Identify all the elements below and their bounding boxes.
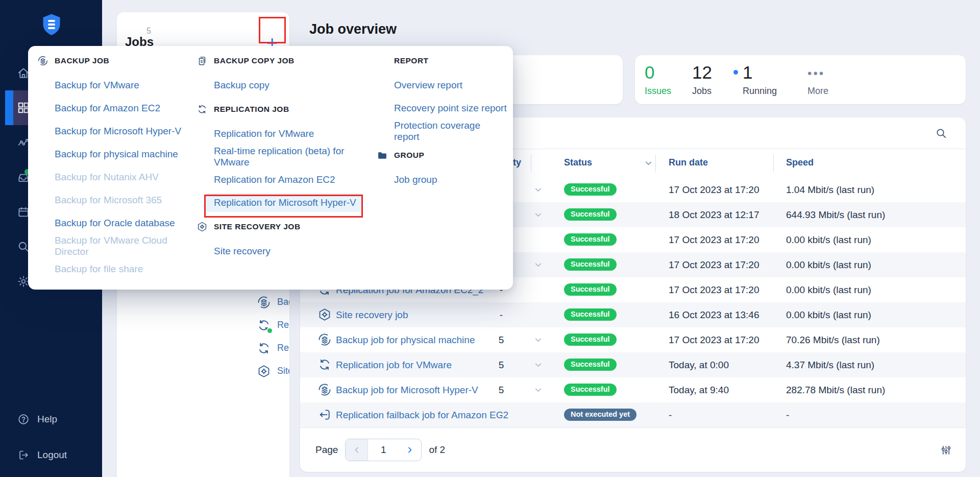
current-page-field[interactable]: 1 [368, 439, 399, 461]
status-badge: Successful [564, 183, 617, 196]
table-row-replication-job-for-vmware[interactable]: Replication job for VMware5SuccessfulTod… [300, 352, 966, 377]
menu-item-replication-for-microsoft-hyper-v[interactable]: Replication for Microsoft Hyper-V [197, 191, 365, 214]
menu-item-backup-for-oracle-database[interactable]: Backup for Oracle database [37, 211, 190, 234]
speed-value: 0.00 kbit/s (last run) [786, 302, 871, 327]
speed-value: 644.93 Mbit/s (last run) [786, 202, 885, 227]
menu-item-backup-for-microsoft-365: Backup for Microsoft 365 [37, 188, 190, 211]
status-filter-chevron-down-icon[interactable] [644, 159, 653, 168]
expand-row-chevron-down-icon[interactable] [534, 185, 543, 194]
job-name-link[interactable]: Replication failback job for Amazon EC2 [336, 402, 508, 427]
menu-item-protection-coverage-report[interactable]: Protection coverage report [377, 120, 507, 142]
menu-section-header-report: REPORT [377, 48, 507, 74]
run-date-value: 17 Oct 2023 at 17:20 [669, 327, 759, 352]
menu-section-header-site-recovery-job: SITE RECOVERY JOB [197, 214, 365, 240]
menu-item-label: Recovery point size report [394, 103, 507, 114]
menu-item-label: Job group [394, 174, 437, 185]
job-name-link[interactable]: Replication job for VMware [336, 352, 452, 377]
run-date-value: Today, at 9:40 [669, 377, 729, 402]
expand-row-chevron-down-icon[interactable] [534, 361, 543, 369]
status-badge: Successful [564, 258, 617, 271]
job-name-link[interactable]: Replication job for Microsoft Hyper- [277, 320, 289, 330]
priority-value: 5 [491, 352, 511, 377]
section-title: BACKUP COPY JOB [214, 56, 295, 65]
menu-item-backup-for-vmware[interactable]: Backup for VMware [37, 74, 190, 97]
logout-button[interactable]: Logout [0, 446, 102, 464]
logout-label: Logout [37, 449, 67, 461]
jobs-tree-item-site-recovery-job[interactable]: Site recovery job [253, 360, 289, 383]
menu-item-replication-for-vmware[interactable]: Replication for VMware [197, 122, 365, 145]
logout-icon [17, 449, 30, 461]
jobs-tree-item-replication-job-for-microsoft-hyper[interactable]: Replication job for Microsoft Hyper- [253, 314, 289, 337]
help-button[interactable]: Help [0, 410, 102, 428]
column-header-run-date[interactable]: Run date [669, 157, 708, 168]
app-root: Help Logout Jobs + Backup job for VMware… [0, 0, 980, 477]
menu-item-backup-for-amazon-ec2[interactable]: Backup for Amazon EC2 [37, 97, 190, 120]
pager-control: 1 [345, 439, 422, 461]
no-icon [377, 55, 388, 66]
failback-icon [317, 408, 332, 422]
menu-item-backup-for-file-share: Backup for file share [37, 257, 190, 280]
menu-item-label: Backup for VMware [55, 80, 139, 91]
table-row-replication-failback-job-for-amazon-ec2[interactable]: Replication failback job for Amazon EC2-… [300, 402, 966, 427]
section-title: GROUP [394, 151, 424, 160]
menu-item-backup-for-physical-machine[interactable]: Backup for physical machine [37, 142, 190, 165]
status-badge: Successful [564, 308, 617, 321]
menu-column-1: BACKUP COPY JOBBackup copyREPLICATION JO… [197, 48, 365, 263]
page-label: Page [315, 444, 338, 456]
table-row-backup-job-for-physical-machine[interactable]: Backup job for physical machine5Successf… [300, 327, 966, 352]
jobs-tree-item-backup-job-for-vmware[interactable]: Backup job for VMware [253, 291, 289, 314]
menu-item-real-time-replication-beta-for-vmware[interactable]: Real-time replication (beta) for VMware [197, 145, 365, 168]
next-page-button[interactable] [399, 439, 421, 461]
table-row-site-recovery-job[interactable]: Site recovery job-Successful16 Oct 2023 … [300, 302, 966, 327]
chevron-left-icon [353, 446, 361, 454]
previous-page-button[interactable] [346, 439, 368, 461]
job-name-link[interactable]: Backup job for Microsoft Hyper-V [336, 377, 478, 402]
menu-item-recovery-point-size-report[interactable]: Recovery point size report [377, 97, 507, 120]
menu-item-label: Real-time replication (beta) for VMware [214, 146, 365, 168]
job-name-link[interactable]: Backup job for VMware [277, 297, 289, 307]
search-icon[interactable] [935, 127, 947, 139]
stat-label: Running [743, 86, 777, 97]
backup-icon [37, 55, 48, 66]
column-header-speed[interactable]: Speed [786, 157, 814, 168]
status-badge: Successful [564, 283, 617, 296]
menu-item-label: Site recovery [214, 246, 271, 257]
menu-item-backup-for-vmware-cloud-director: Backup for VMware Cloud Director [37, 234, 190, 257]
collapsed-jobs-count: 5 [146, 27, 151, 36]
expand-row-chevron-down-icon[interactable] [534, 336, 543, 344]
expand-row-chevron-down-icon[interactable] [534, 260, 543, 269]
job-name-link[interactable]: Site recovery job [336, 302, 408, 327]
table-settings-sliders-icon[interactable] [940, 444, 952, 456]
stat-value: 12 [692, 62, 712, 83]
run-date-value: Today, at 0:00 [669, 352, 729, 377]
menu-item-overview-report[interactable]: Overview report [377, 74, 507, 97]
menu-item-label: Backup for Oracle database [55, 218, 175, 229]
menu-column-0: BACKUP JOBBackup for VMwareBackup for Am… [37, 48, 190, 280]
menu-item-site-recovery[interactable]: Site recovery [197, 240, 365, 263]
menu-item-backup-for-microsoft-hyper-v[interactable]: Backup for Microsoft Hyper-V [37, 120, 190, 142]
column-header-status[interactable]: Status [564, 157, 592, 168]
menu-item-backup-copy[interactable]: Backup copy [197, 74, 365, 97]
menu-item-job-group[interactable]: Job group [377, 168, 507, 191]
menu-item-label: Replication for Amazon EC2 [214, 174, 335, 185]
running-indicator-dot [266, 327, 273, 334]
run-date-value: 16 Oct 2023 at 13:46 [669, 302, 759, 327]
active-item-bar [5, 90, 13, 125]
table-row-backup-job-for-microsoft-hyper-v[interactable]: Backup job for Microsoft Hyper-V5Success… [300, 377, 966, 402]
speed-value: 70.26 Mbit/s (last run) [786, 327, 880, 352]
site-recovery-icon [317, 307, 332, 322]
job-name-link[interactable]: Site recovery job [277, 366, 289, 376]
job-name-link[interactable]: Replication job for VMware [277, 343, 289, 353]
job-name-link[interactable]: Backup job for physical machine [336, 327, 475, 352]
column-divider [773, 155, 774, 172]
jobs-summary-card: 0Issues12Jobs1Running•••More [635, 55, 966, 104]
expand-row-chevron-down-icon[interactable] [534, 386, 543, 394]
section-title: BACKUP JOB [55, 56, 109, 65]
menu-item-replication-for-amazon-ec2[interactable]: Replication for Amazon EC2 [197, 168, 365, 191]
page-title: Job overview [309, 21, 397, 37]
column-divider [655, 155, 656, 172]
help-label: Help [37, 414, 57, 425]
jobs-tree-item-replication-job-for-vmware[interactable]: Replication job for VMware [253, 337, 289, 360]
expand-row-chevron-down-icon[interactable] [534, 210, 543, 219]
replication-job-icon [257, 318, 271, 332]
